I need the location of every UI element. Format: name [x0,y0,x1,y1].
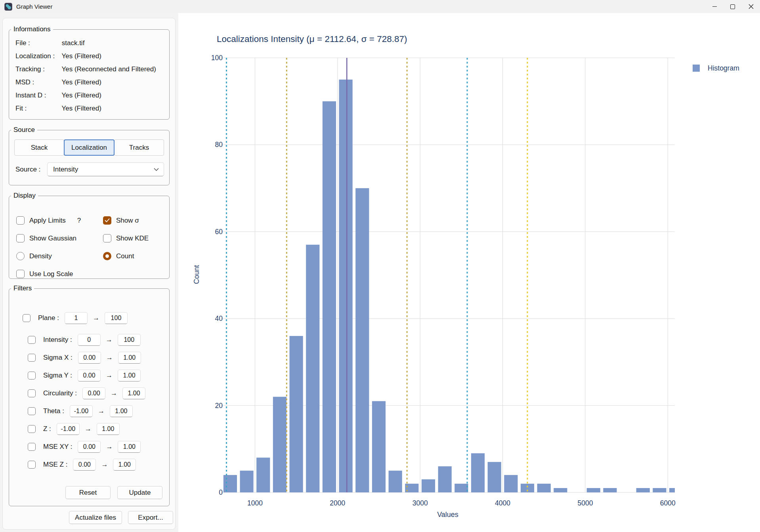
sigma-x-filter-checkbox[interactable] [28,354,36,362]
count-radio[interactable] [103,252,111,260]
apply-limits-checkbox[interactable] [16,216,25,225]
mse-xy-min-input[interactable] [78,441,101,453]
sigma-y-filter-checkbox[interactable] [28,372,36,379]
theta-filter-label: Theta : [43,407,64,415]
sigma-x-max-input[interactable] [118,352,141,364]
mse-z-arrow-icon: → [101,461,108,469]
apply-limits-label: Apply Limits [29,217,66,225]
app-icon [4,3,12,11]
plane-filter-checkbox[interactable] [23,314,31,322]
circularity-min-input[interactable] [82,387,105,399]
histogram-bar [306,245,319,492]
histogram-bar [438,466,452,492]
update-button[interactable]: Update [117,486,162,499]
actualize-files-button[interactable]: Actualize files [69,511,122,524]
mse-z-filter-checkbox[interactable] [28,461,36,469]
circularity-max-input[interactable] [122,387,145,399]
plane-filter-label: Plane : [38,314,59,322]
theta-max-input[interactable] [110,405,133,417]
tab-stack[interactable]: Stack [14,139,64,156]
theta-min-input[interactable] [70,405,93,417]
show-kde-checkbox[interactable] [103,234,111,242]
titlebar: Graph Viewer [0,0,760,13]
intensity-filter-checkbox[interactable] [28,336,36,344]
mse-z-min-input[interactable] [73,459,96,471]
tab-tracks[interactable]: Tracks [114,139,164,156]
filter-row-plane: Plane : → [23,312,165,324]
show-sigma-checkbox[interactable] [103,216,111,225]
intensity-arrow-icon: → [106,336,113,344]
info-row-tracking: Tracking : Yes (Reconnected and Filtered… [15,63,169,76]
histogram-bar [339,80,353,492]
localization-label: Localization : [15,50,60,63]
mse-z-max-input[interactable] [113,459,136,471]
show-gaussian-checkbox[interactable] [16,234,25,242]
plane-min-input[interactable] [65,312,88,324]
window-title: Graph Viewer [16,3,52,10]
use-log-scale-label: Use Log Scale [29,270,73,278]
y-tick-label: 80 [215,141,223,149]
sigma-y-min-input[interactable] [78,370,101,381]
intensity-max-input[interactable] [118,334,141,346]
x-tick-label: 4000 [495,499,510,507]
theta-filter-checkbox[interactable] [28,407,36,415]
use-log-scale-checkbox[interactable] [16,270,25,278]
msd-label: MSD : [15,76,60,89]
sigma-y-max-input[interactable] [118,370,141,381]
sidebar-actions: Actualize files Export... [69,511,173,524]
source-title: Source [11,126,37,134]
z-filter-checkbox[interactable] [28,425,36,433]
chart-title: Localizations Intensity (μ = 2112.64, σ … [217,34,407,44]
legend-label: Histogram [708,64,739,72]
filters-groupbox: Filters Plane : → Intensity : → Sigma X … [9,284,170,506]
filters-buttons: Reset Update [65,486,162,499]
source-select-row: Source : Intensity [15,162,164,176]
source-combobox[interactable]: Intensity [47,162,164,176]
show-gaussian-label: Show Gaussian [29,235,76,242]
plane-max-input[interactable] [105,312,128,324]
z-min-input[interactable] [57,423,80,435]
filter-row-z: Z : → [28,423,165,435]
histogram-bar [273,397,286,492]
histogram-bar [653,488,666,492]
histogram-bar [223,475,237,492]
export-button[interactable]: Export... [128,511,173,524]
histogram-bar [669,488,683,492]
minimize-button[interactable] [705,0,724,13]
density-label: Density [29,252,52,260]
mse-xy-filter-label: MSE XY : [43,443,72,451]
mse-xy-max-input[interactable] [118,441,141,453]
filter-row-mse-z: MSE Z : → [28,458,165,471]
maximize-button[interactable] [724,0,742,13]
histogram-bar [636,488,650,492]
filters-title: Filters [11,284,34,292]
z-max-input[interactable] [97,423,120,435]
check-icon [105,218,110,223]
density-radio[interactable] [16,252,25,260]
intensity-min-input[interactable] [78,334,101,346]
sigma-x-min-input[interactable] [78,352,101,364]
legend-swatch [693,65,700,72]
sigma-x-arrow-icon: → [106,354,113,362]
fit-value: Yes (Filtered) [61,105,101,112]
informations-rows: File : stack.tif Localization : Yes (Fil… [9,33,169,115]
theta-arrow-icon: → [98,407,105,415]
tab-localization[interactable]: Localization [64,139,115,156]
circularity-filter-checkbox[interactable] [28,389,36,397]
info-row-fit: Fit : Yes (Filtered) [15,102,169,115]
histogram-bar [355,188,369,492]
close-button[interactable] [742,0,760,13]
histogram-bar [603,488,617,492]
histogram-bar [240,471,254,492]
z-arrow-icon: → [85,425,92,433]
histogram-bar [323,101,336,492]
histogram-bar [587,488,600,492]
minimize-icon [712,6,717,7]
chart-legend: Histogram [693,64,739,72]
display-row-2: Show Gaussian Show KDE [16,229,169,247]
filter-row-circularity: Circularity : → [28,387,165,399]
grid-layer [221,58,675,492]
mse-xy-filter-checkbox[interactable] [28,443,36,451]
reset-button[interactable]: Reset [65,486,111,499]
file-label: File : [15,36,60,50]
